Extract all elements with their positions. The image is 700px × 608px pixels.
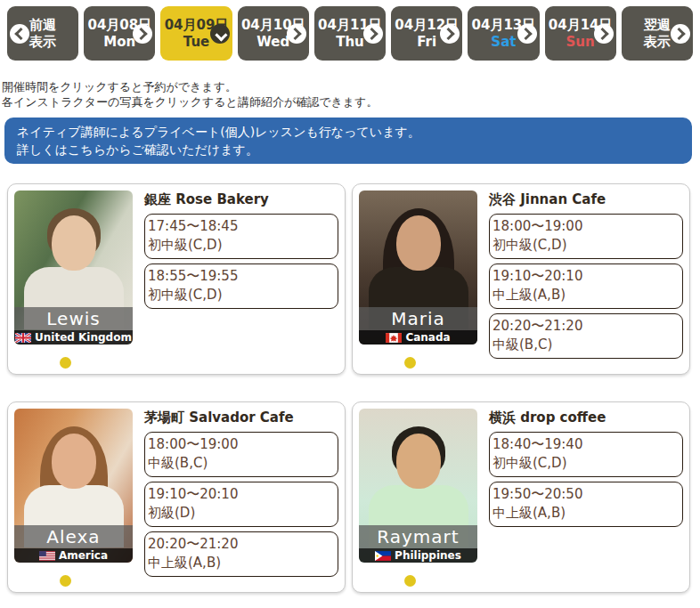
- philippines-flag-icon: [375, 551, 391, 561]
- day-button-thu[interactable]: 04月11日 Thu: [314, 6, 386, 61]
- slot-level: 初中級(C,D): [148, 236, 332, 255]
- carousel-dot[interactable]: [60, 357, 71, 369]
- instructor-photo[interactable]: Alexa America: [14, 409, 133, 563]
- slot-level: 初中級(C,D): [148, 286, 332, 304]
- instructions: 開催時間をクリックすると予約ができます。 各インストラクターの写真をクリックする…: [2, 79, 693, 109]
- chevron-right-icon: [671, 24, 690, 44]
- lesson-slot[interactable]: 18:00〜19:00 初中級(C,D): [489, 214, 683, 259]
- cafe-title: 渋谷 Jinnan Cafe: [489, 191, 683, 207]
- day-button-wed[interactable]: 04月10日 Wed: [238, 6, 309, 61]
- card-body: 横浜 drop coffee 18:40〜19:40 初中級(C,D) 19:5…: [489, 409, 683, 586]
- instructor-photo[interactable]: Lewis United Kingdom: [14, 191, 133, 345]
- next-week-label-bottom: 表示: [644, 34, 671, 51]
- country-label: United Kingdom: [35, 331, 132, 344]
- country-label: Philippines: [395, 549, 461, 562]
- next-week-label-top: 翌週: [644, 17, 671, 34]
- slot-level: 初中級(C,D): [492, 236, 677, 255]
- chevron-right-icon: [287, 24, 306, 44]
- slot-level: 中上級(A,B): [148, 554, 332, 572]
- slot-time: 20:20〜21:20: [492, 317, 677, 336]
- next-week-button[interactable]: 翌週 表示: [622, 6, 693, 61]
- instructor-name: Raymart: [359, 525, 477, 548]
- slot-level: 中上級(A,B): [492, 504, 677, 523]
- prev-week-label-bottom: 表示: [29, 34, 56, 51]
- instructor-card-grid: Lewis United Kingdom 銀座 Rose Bakery 17:4…: [7, 183, 693, 593]
- carousel-dot[interactable]: [404, 357, 416, 369]
- lesson-slot[interactable]: 20:20〜21:20 中上級(A,B): [144, 531, 338, 577]
- instructor-card-raymart: Raymart Philippines 横浜 drop coffee 18:40…: [352, 401, 690, 593]
- us-flag-icon: [39, 551, 55, 561]
- chevron-down-icon: [210, 24, 230, 44]
- instructor-photo[interactable]: Raymart Philippines: [359, 409, 477, 563]
- chevron-right-icon: [440, 24, 460, 44]
- prev-week-label-top: 前週: [29, 17, 56, 34]
- day-button-sun[interactable]: 04月14日 Sun: [545, 6, 616, 61]
- day-of-week: Sat: [491, 34, 516, 51]
- day-of-week: Fri: [417, 34, 436, 51]
- country-label: Canada: [405, 331, 450, 344]
- instructor-card-maria: Maria Canada 渋谷 Jinnan Cafe 18:00〜19:00 …: [352, 183, 690, 375]
- lesson-slot[interactable]: 19:10〜20:10 中上級(A,B): [489, 263, 683, 309]
- slot-time: 19:50〜20:50: [492, 485, 677, 504]
- card-body: 茅場町 Salvador Cafe 18:00〜19:00 中級(B,C) 19…: [144, 409, 338, 586]
- lesson-slot[interactable]: 17:45〜18:45 初中級(C,D): [144, 214, 338, 259]
- private-lesson-banner[interactable]: ネイティブ講師によるプライベート(個人)レッスンも行なっています。 詳しくはこち…: [4, 118, 692, 164]
- day-of-week: Thu: [336, 34, 364, 51]
- instructor-card-lewis: Lewis United Kingdom 銀座 Rose Bakery 17:4…: [7, 183, 346, 375]
- instructor-photo[interactable]: Maria Canada: [359, 191, 477, 345]
- lesson-slot[interactable]: 18:55〜19:55 初中級(C,D): [144, 263, 338, 309]
- instructor-country: United Kingdom: [14, 330, 133, 345]
- lesson-slot[interactable]: 19:50〜20:50 中上級(A,B): [489, 482, 683, 527]
- slot-time: 17:45〜18:45: [148, 217, 332, 236]
- photo-placeholder: [396, 434, 441, 489]
- day-of-week: Sun: [566, 34, 595, 51]
- photo-placeholder: [52, 434, 96, 489]
- instructor-name: Alexa: [14, 525, 133, 548]
- lesson-slot[interactable]: 19:10〜20:10 初級(D): [144, 482, 338, 527]
- lesson-slot[interactable]: 18:40〜19:40 初中級(C,D): [489, 432, 683, 477]
- slot-level: 中級(B,C): [148, 454, 332, 473]
- instructor-country: Canada: [359, 330, 477, 345]
- cafe-title: 横浜 drop coffee: [489, 409, 683, 426]
- day-button-tue-active[interactable]: 04月09日 Tue: [160, 6, 232, 61]
- instructor-card-alexa: Alexa America 茅場町 Salvador Cafe 18:00〜19…: [7, 401, 346, 593]
- canada-flag-icon: [386, 333, 402, 343]
- instructor-country: Philippines: [359, 548, 477, 563]
- slot-time: 18:00〜19:00: [148, 435, 332, 454]
- prev-week-button[interactable]: 前週 表示: [7, 6, 78, 61]
- carousel-dot[interactable]: [60, 575, 71, 587]
- cafe-title: 銀座 Rose Bakery: [144, 191, 338, 207]
- lesson-slot[interactable]: 20:20〜21:20 中級(B,C): [489, 313, 683, 359]
- instructor-name: Lewis: [14, 307, 133, 330]
- photo-placeholder: [396, 215, 441, 271]
- day-button-fri[interactable]: 04月12日 Fri: [391, 6, 462, 61]
- slot-time: 18:00〜19:00: [492, 217, 677, 236]
- slot-level: 中上級(A,B): [492, 286, 677, 304]
- cafe-title: 茅場町 Salvador Cafe: [144, 409, 338, 426]
- slot-level: 初級(D): [148, 504, 332, 523]
- slot-time: 18:55〜19:55: [148, 267, 332, 286]
- country-label: America: [59, 549, 108, 562]
- day-of-week: Wed: [256, 34, 289, 51]
- chevron-right-icon: [517, 24, 537, 44]
- slot-level: 中級(B,C): [492, 336, 677, 354]
- uk-flag-icon: [15, 333, 31, 343]
- banner-line-1: ネイティブ講師によるプライベート(個人)レッスンも行なっています。: [17, 123, 680, 141]
- carousel-dot[interactable]: [404, 575, 416, 587]
- card-body: 銀座 Rose Bakery 17:45〜18:45 初中級(C,D) 18:5…: [144, 191, 338, 368]
- instruction-line-booking: 開催時間をクリックすると予約ができます。: [2, 79, 693, 94]
- day-of-week: Tue: [183, 34, 209, 51]
- day-button-mon[interactable]: 04月08日 Mon: [84, 6, 155, 61]
- card-body: 渋谷 Jinnan Cafe 18:00〜19:00 初中級(C,D) 19:1…: [489, 191, 683, 368]
- chevron-left-icon: [10, 24, 29, 44]
- week-navbar: 前週 表示 04月08日 Mon 04月09日 Tue 04月10日 Wed 0…: [0, 0, 700, 61]
- chevron-right-icon: [133, 24, 152, 44]
- chevron-right-icon: [363, 24, 383, 44]
- chevron-right-icon: [594, 24, 614, 44]
- instructor-country: America: [14, 548, 133, 563]
- lesson-slot[interactable]: 18:00〜19:00 中級(B,C): [144, 432, 338, 477]
- day-button-sat[interactable]: 04月13日 Sat: [468, 6, 539, 61]
- slot-time: 19:10〜20:10: [148, 485, 332, 504]
- day-of-week: Mon: [103, 34, 135, 51]
- slot-time: 20:20〜21:20: [148, 535, 332, 554]
